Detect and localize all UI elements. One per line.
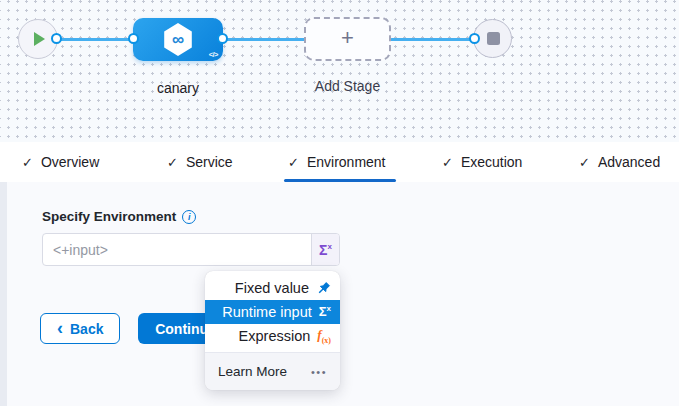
cd-infinity-icon: ∞ — [172, 31, 184, 48]
menu-item-fixed-value[interactable]: Fixed value — [205, 276, 340, 300]
runtime-input-icon: Σx — [319, 304, 331, 319]
specify-environment-label: Specify Environment — [42, 209, 176, 224]
stage-name-label: canary — [133, 80, 223, 96]
environment-input-value[interactable]: <+input> — [43, 234, 311, 265]
tab-label: Execution — [461, 154, 522, 170]
tab-label: Advanced — [598, 154, 660, 170]
edge-stage-to-addstage — [222, 38, 306, 41]
tab-overview[interactable]: ✓ Overview — [22, 142, 99, 182]
code-icon: </> — [209, 50, 218, 59]
runtime-input-icon: Σx — [319, 242, 332, 258]
learn-more-row[interactable]: Learn More ••• — [205, 352, 340, 390]
environment-panel: Specify Environment i <+input> Σx ‹ Back… — [0, 182, 679, 406]
sigma-sup: x — [327, 304, 331, 313]
tab-environment[interactable]: ✓ Environment — [288, 142, 386, 182]
add-stage-label: Add Stage — [297, 78, 398, 94]
multitype-selector-button[interactable]: Σx — [311, 234, 339, 265]
multitype-dropdown-menu: Fixed value Runtime input Σx Expression … — [205, 271, 340, 390]
pipeline-canvas[interactable]: ∞ </> canary + Add Stage — [0, 0, 679, 142]
menu-item-label: Expression — [239, 328, 311, 344]
fx-sub: (x) — [322, 335, 331, 344]
check-icon: ✓ — [22, 155, 33, 170]
add-stage-button[interactable]: + — [304, 17, 391, 61]
expression-icon: f(x) — [317, 328, 331, 345]
plus-icon: + — [341, 27, 354, 49]
chevron-left-icon: ‹ — [57, 319, 63, 337]
start-node-connector[interactable] — [51, 33, 62, 44]
tab-execution[interactable]: ✓ Execution — [442, 142, 522, 182]
panel-left-strip — [0, 182, 7, 406]
tab-label: Environment — [307, 154, 386, 170]
tab-label: Overview — [41, 154, 99, 170]
environment-input[interactable]: <+input> Σx — [42, 233, 340, 266]
check-icon: ✓ — [442, 155, 453, 170]
play-icon — [34, 32, 45, 46]
end-node-connector[interactable] — [469, 33, 480, 44]
cd-stage-hexagon-icon: ∞ — [163, 23, 193, 56]
pin-icon — [316, 281, 331, 296]
stage-tabbar: ✓ Overview ✓ Service ✓ Environment ✓ Exe… — [0, 142, 679, 182]
info-icon[interactable]: i — [182, 210, 196, 224]
menu-item-label: Fixed value — [235, 280, 309, 296]
back-button-label: Back — [70, 321, 103, 337]
menu-item-expression[interactable]: Expression f(x) — [205, 324, 340, 348]
tab-service[interactable]: ✓ Service — [167, 142, 233, 182]
stop-icon — [487, 32, 500, 45]
stage-node-canary[interactable]: ∞ </> — [133, 18, 223, 61]
check-icon: ✓ — [288, 155, 299, 170]
check-icon: ✓ — [579, 155, 590, 170]
tab-label: Service — [186, 154, 233, 170]
edge-addstage-to-end — [390, 38, 472, 41]
edge-start-to-stage — [57, 38, 135, 41]
check-icon: ✓ — [167, 155, 178, 170]
stage-left-connector[interactable] — [128, 33, 139, 44]
menu-item-runtime-input[interactable]: Runtime input Σx — [205, 300, 340, 324]
back-button[interactable]: ‹ Back — [40, 313, 120, 344]
specify-environment-label-row: Specify Environment i — [42, 209, 196, 224]
stage-right-connector[interactable] — [217, 33, 228, 44]
dropdown-items: Fixed value Runtime input Σx Expression … — [205, 271, 340, 352]
sigma-glyph: Σ — [319, 305, 327, 320]
tab-advanced[interactable]: ✓ Advanced — [579, 142, 660, 182]
sigma-sup: x — [327, 242, 331, 251]
ellipsis-icon[interactable]: ••• — [311, 366, 327, 378]
menu-item-label: Runtime input — [222, 304, 311, 320]
learn-more-label: Learn More — [218, 364, 287, 379]
